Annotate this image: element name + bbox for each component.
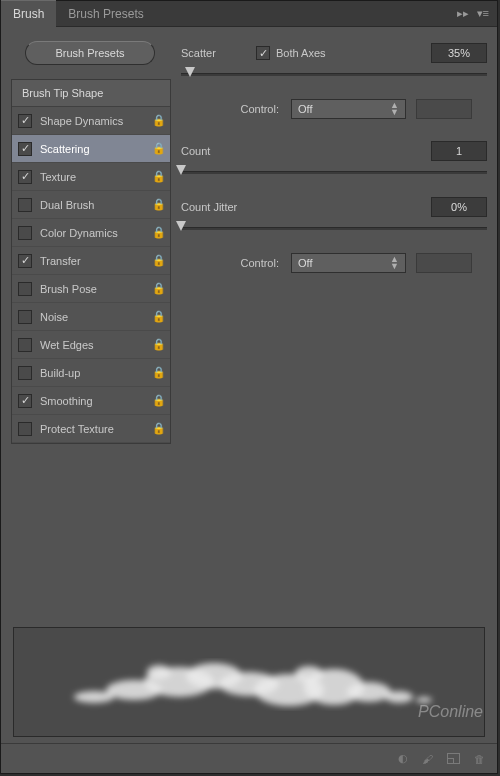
trash-icon[interactable]: 🗑	[474, 753, 485, 765]
lock-icon[interactable]: 🔒	[152, 198, 164, 211]
checkbox[interactable]	[18, 114, 32, 128]
count-row: Count	[181, 141, 487, 161]
scatter-row: Scatter Both Axes	[181, 43, 487, 63]
option-label: Transfer	[40, 255, 152, 267]
count-jitter-row: Count Jitter	[181, 197, 487, 217]
checkbox[interactable]	[18, 366, 32, 380]
option-scattering[interactable]: Scattering🔒	[12, 135, 170, 163]
checkbox[interactable]	[18, 310, 32, 324]
option-build-up[interactable]: Build-up🔒	[12, 359, 170, 387]
jitter-control-readout	[416, 253, 472, 273]
lock-icon[interactable]: 🔒	[152, 366, 164, 379]
tab-brush-presets[interactable]: Brush Presets	[56, 1, 155, 27]
count-label: Count	[181, 145, 256, 157]
lock-icon[interactable]: 🔒	[152, 254, 164, 267]
lock-icon[interactable]: 🔒	[152, 422, 164, 435]
brush-tip-shape-header[interactable]: Brush Tip Shape	[12, 80, 170, 107]
option-label: Shape Dynamics	[40, 115, 152, 127]
count-jitter-slider-thumb[interactable]	[176, 221, 186, 231]
lock-icon[interactable]: 🔒	[152, 310, 164, 323]
option-shape-dynamics[interactable]: Shape Dynamics🔒	[12, 107, 170, 135]
toggle-preview-icon[interactable]: ◐	[398, 752, 408, 765]
option-noise[interactable]: Noise🔒	[12, 303, 170, 331]
scatter-slider[interactable]	[181, 67, 487, 85]
option-label: Build-up	[40, 367, 152, 379]
option-label: Noise	[40, 311, 152, 323]
create-preset-icon[interactable]	[447, 753, 460, 764]
jitter-control-label: Control:	[181, 257, 291, 269]
brush-stroke-preview	[13, 627, 485, 737]
chevron-updown-icon: ▲▼	[390, 102, 399, 116]
lock-icon[interactable]: 🔒	[152, 282, 164, 295]
option-brush-pose[interactable]: Brush Pose🔒	[12, 275, 170, 303]
scatter-value[interactable]	[431, 43, 487, 63]
panel-tabs: Brush Brush Presets ▸▸ ▾≡	[1, 1, 497, 27]
tab-brush[interactable]: Brush	[1, 0, 56, 27]
count-jitter-value[interactable]	[431, 197, 487, 217]
option-label: Dual Brush	[40, 199, 152, 211]
count-slider[interactable]	[181, 165, 487, 183]
scatter-control-label: Control:	[181, 103, 291, 115]
option-label: Brush Pose	[40, 283, 152, 295]
option-texture[interactable]: Texture🔒	[12, 163, 170, 191]
lock-icon[interactable]: 🔒	[152, 394, 164, 407]
brush-panel: Brush Brush Presets ▸▸ ▾≡ Brush Presets …	[0, 0, 498, 774]
checkbox[interactable]	[18, 198, 32, 212]
checkbox[interactable]	[18, 338, 32, 352]
option-label: Scattering	[40, 143, 152, 155]
brush-options-list: Brush Tip Shape Shape Dynamics🔒Scatterin…	[11, 79, 171, 444]
collapse-icon[interactable]: ▸▸	[457, 7, 469, 20]
checkbox[interactable]	[18, 254, 32, 268]
chevron-updown-icon: ▲▼	[390, 256, 399, 270]
option-label: Wet Edges	[40, 339, 152, 351]
scatter-control-readout	[416, 99, 472, 119]
settings-column: Scatter Both Axes Control: Off▲▼ Count	[181, 37, 487, 444]
scatter-slider-thumb[interactable]	[185, 67, 195, 77]
count-jitter-slider[interactable]	[181, 221, 487, 239]
checkbox[interactable]	[18, 226, 32, 240]
option-wet-edges[interactable]: Wet Edges🔒	[12, 331, 170, 359]
count-jitter-label: Count Jitter	[181, 201, 291, 213]
lock-icon[interactable]: 🔒	[152, 142, 164, 155]
option-protect-texture[interactable]: Protect Texture🔒	[12, 415, 170, 443]
option-dual-brush[interactable]: Dual Brush🔒	[12, 191, 170, 219]
lock-icon[interactable]: 🔒	[152, 114, 164, 127]
panel-menu-icon[interactable]: ▾≡	[477, 7, 489, 20]
option-color-dynamics[interactable]: Color Dynamics🔒	[12, 219, 170, 247]
option-transfer[interactable]: Transfer🔒	[12, 247, 170, 275]
option-label: Color Dynamics	[40, 227, 152, 239]
jitter-control-select[interactable]: Off▲▼	[291, 253, 406, 273]
both-axes-checkbox[interactable]	[256, 46, 270, 60]
count-value[interactable]	[431, 141, 487, 161]
panel-footer: ◐ 🖌 🗑	[1, 743, 497, 773]
lock-icon[interactable]: 🔒	[152, 338, 164, 351]
option-label: Smoothing	[40, 395, 152, 407]
both-axes-label: Both Axes	[276, 47, 326, 59]
checkbox[interactable]	[18, 422, 32, 436]
checkbox[interactable]	[18, 142, 32, 156]
svg-point-9	[416, 697, 432, 703]
checkbox[interactable]	[18, 282, 32, 296]
option-label: Protect Texture	[40, 423, 152, 435]
checkbox[interactable]	[18, 394, 32, 408]
count-slider-thumb[interactable]	[176, 165, 186, 175]
svg-point-7	[347, 682, 391, 702]
scatter-control-row: Control: Off▲▼	[181, 99, 487, 119]
svg-point-11	[295, 666, 323, 682]
new-brush-icon[interactable]: 🖌	[422, 753, 433, 765]
scatter-control-select[interactable]: Off▲▼	[291, 99, 406, 119]
svg-point-10	[147, 665, 171, 679]
lock-icon[interactable]: 🔒	[152, 226, 164, 239]
scatter-label: Scatter	[181, 47, 256, 59]
svg-point-8	[385, 691, 413, 703]
checkbox[interactable]	[18, 170, 32, 184]
option-smoothing[interactable]: Smoothing🔒	[12, 387, 170, 415]
brush-presets-button[interactable]: Brush Presets	[25, 41, 155, 65]
option-label: Texture	[40, 171, 152, 183]
lock-icon[interactable]: 🔒	[152, 170, 164, 183]
jitter-control-row: Control: Off▲▼	[181, 253, 487, 273]
left-column: Brush Presets Brush Tip Shape Shape Dyna…	[11, 37, 171, 444]
